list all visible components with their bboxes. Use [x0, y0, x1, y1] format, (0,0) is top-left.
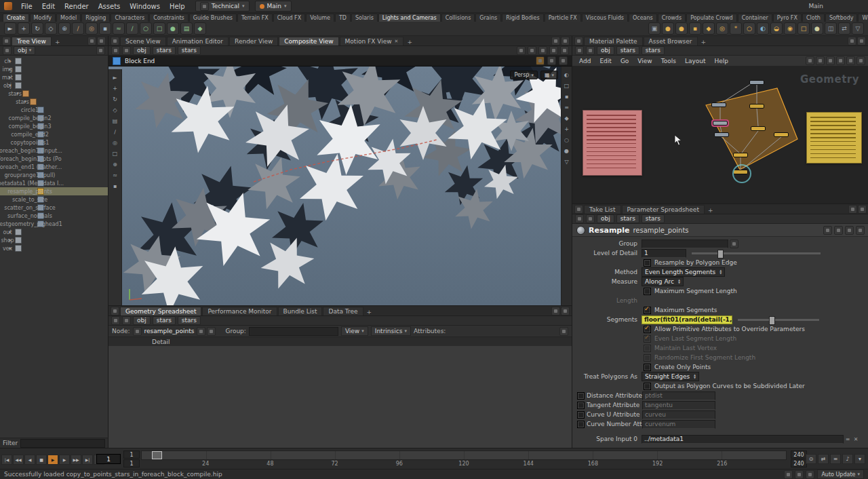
tree-item-vex[interactable]: ▸vex	[0, 244, 108, 252]
network-node-output[interactable]	[733, 170, 748, 174]
lock-icon[interactable]	[207, 327, 216, 336]
play-backward-button[interactable]: ◀◀	[13, 455, 24, 465]
step-back-button[interactable]: ◀	[24, 455, 35, 465]
wave-icon[interactable]: ≈	[111, 171, 119, 179]
home-icon[interactable]	[111, 316, 120, 325]
range-start-field[interactable]: 1	[123, 451, 140, 459]
tree-item-compile-end2[interactable]: compile_end2	[0, 130, 108, 138]
spreadsheet-body[interactable]	[108, 346, 572, 448]
param-maximum-segments-checkbox[interactable]	[644, 307, 651, 314]
tab-motion-fx-view[interactable]: Motion FX View✕	[340, 37, 404, 45]
shelf-tab-cloud-fx[interactable]: Cloud FX	[273, 14, 305, 22]
tree-item-metadata1-metadata-i[interactable]: metadata1 (Metadata I...	[0, 179, 108, 187]
camera-menu[interactable]: ▦▾	[540, 71, 558, 79]
shelf-tab-softbody[interactable]: Softbody	[825, 14, 858, 22]
target-icon[interactable]: ⊕	[111, 160, 119, 168]
home-icon[interactable]	[575, 214, 584, 223]
shelf-tab-td[interactable]: TD	[335, 14, 351, 22]
recook-icon[interactable]	[823, 226, 832, 235]
menu-assets[interactable]: Assets	[94, 2, 125, 11]
slider-handle[interactable]	[769, 316, 775, 325]
camera-tool-icon[interactable]: ▣	[648, 22, 660, 35]
menu-edit[interactable]: Edit	[37, 2, 60, 11]
select-tool-icon[interactable]: ►	[4, 22, 16, 35]
flag-icon[interactable]	[517, 46, 526, 55]
param-tangent-attribute-checkbox[interactable]	[577, 402, 585, 409]
audio-icon[interactable]: ♪	[842, 454, 853, 464]
close-icon[interactable]	[561, 37, 570, 45]
param-curve-number-attribute-field[interactable]: curvenum	[642, 420, 715, 429]
tab-render-view[interactable]: Render View	[229, 37, 278, 45]
path-chip-stars-1[interactable]: stars	[153, 316, 176, 325]
playback-start-field[interactable]: 1	[123, 459, 140, 467]
shelf-tab-volume[interactable]: Volume	[306, 14, 334, 22]
tab-bundle-list[interactable]: Bundle List	[278, 307, 323, 315]
tree-item-stars[interactable]: ▾stars	[0, 90, 108, 98]
timeline-track[interactable]	[141, 451, 787, 460]
point-light-tool-icon[interactable]: ●	[675, 22, 688, 35]
shelf-tab-constraints[interactable]: Constraints	[149, 14, 189, 22]
ambient-light-tool-icon[interactable]: ●	[811, 22, 823, 35]
param-segments-field[interactable]: floor(fit01(rand(detail(-1,	[642, 315, 732, 324]
path-chip-obj-0[interactable]: obj	[133, 316, 151, 325]
menu-file[interactable]: File	[16, 2, 37, 11]
menu-help[interactable]: Help	[165, 2, 190, 11]
view-pivot-icon[interactable]: ◎	[111, 138, 119, 147]
shelf-tab-guide-brushes[interactable]: Guide Brushes	[189, 14, 237, 22]
param-resample-by-polygon-edge-checkbox[interactable]	[644, 259, 651, 267]
box-tool-icon[interactable]: □	[153, 22, 165, 35]
timeline-options-icon[interactable]: ≡	[830, 454, 841, 464]
network-node-5[interactable]	[714, 132, 729, 137]
param-spare-input-0-field[interactable]: ../metadata1	[642, 435, 844, 444]
tree-item-testgeometry-pighead1[interactable]: testgeometry_pighead1	[0, 220, 108, 228]
network-node-resample-points[interactable]	[713, 121, 728, 126]
tab-performance-monitor[interactable]: Performance Monitor	[202, 307, 277, 315]
param-curve-u-attribute-checkbox[interactable]	[577, 411, 585, 419]
circle-open-icon[interactable]: ○	[563, 136, 571, 144]
indirect-light-tool-icon[interactable]: ◒	[770, 22, 783, 35]
shelf-tab-cloth[interactable]: Cloth	[802, 14, 825, 22]
tree-options-icon[interactable]	[96, 46, 105, 55]
shelf-tab-particle-fx[interactable]: Particle FX	[545, 14, 581, 22]
close-icon[interactable]	[858, 205, 867, 214]
grid-icon[interactable]	[528, 46, 536, 55]
desktop-selector[interactable]: Technical▾	[195, 1, 250, 12]
shelf-tab-terrain-fx[interactable]: Terrain FX	[237, 14, 273, 22]
shelf-tab-rigging[interactable]: Rigging	[81, 14, 110, 22]
maximize-icon[interactable]	[551, 37, 560, 45]
shelf-tab-rigid-bodies[interactable]: Rigid Bodies	[502, 14, 543, 22]
help-icon[interactable]	[560, 46, 569, 55]
step-forward-button[interactable]: ▶	[59, 455, 70, 465]
new-tab-button[interactable]: +	[698, 39, 709, 45]
param-group-menu-icon[interactable]	[730, 240, 738, 248]
param-curve-number-attribute-checkbox[interactable]	[577, 421, 585, 428]
tree-item-foreach-begin1-input[interactable]: foreach_begin1 (Input...	[0, 147, 108, 155]
snap-grid-icon[interactable]: ▤	[111, 117, 119, 125]
selection-box-icon[interactable]: □	[111, 149, 119, 157]
close-tab-icon[interactable]: ✕	[395, 39, 399, 44]
shelf-tab-viscous-fluids[interactable]: Viscous Fluids	[582, 14, 628, 22]
tab-take-list[interactable]: Take List	[584, 205, 621, 214]
tree-item-shop[interactable]: ▸shop	[0, 236, 108, 244]
close-icon[interactable]	[857, 37, 866, 45]
pin-icon[interactable]	[197, 327, 205, 336]
goto-end-button[interactable]: ▶|	[82, 455, 93, 465]
shelf-tab-characters[interactable]: Characters	[111, 14, 149, 22]
intrinsics-dropdown[interactable]: Intrinsics▾	[371, 326, 411, 336]
param-level-of-detail-field[interactable]: 1	[642, 249, 686, 258]
snapshot-icon[interactable]	[856, 56, 865, 65]
param-randomize-first-segment-length-checkbox[interactable]	[644, 354, 651, 362]
pan-timeline-icon[interactable]: ⇄	[818, 454, 829, 464]
playback-end-field[interactable]: 240	[791, 459, 807, 467]
timeline-menu-icon[interactable]: ▾	[854, 454, 865, 464]
param-treat-polygons-as-select[interactable]: Straight Edges▲▼	[642, 372, 699, 381]
sticky-note-pink[interactable]	[583, 110, 642, 176]
tree-item-scatter-on-surface[interactable]: scatter_on_surface	[0, 204, 108, 212]
points-mode-icon[interactable]: ▪	[563, 92, 571, 100]
path-chip-stars-2[interactable]: stars	[642, 214, 665, 223]
layout-icon[interactable]	[549, 46, 558, 55]
param-output-as-polygon-curves-checkbox[interactable]	[644, 383, 651, 390]
path-chip-stars-1[interactable]: stars	[616, 46, 639, 55]
bake-tool-icon[interactable]: ▽	[852, 22, 864, 35]
param-even-last-segment-length-checkbox[interactable]	[644, 335, 651, 343]
